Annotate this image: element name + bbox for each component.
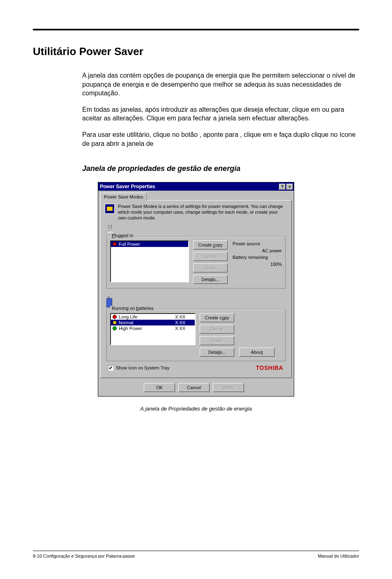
mode-dot-icon — [113, 315, 117, 319]
delete-button: Delete — [193, 252, 228, 261]
help-button[interactable]: ? — [279, 184, 286, 190]
plugged-in-list[interactable]: Full Power — [110, 240, 189, 282]
group-plugged-in: Plugged in Full Power Create copy Delete… — [106, 236, 286, 288]
dialog-title: Power Saver Properties — [100, 184, 155, 189]
details-button[interactable]: Details... — [193, 275, 228, 284]
details-button-2[interactable]: Details... — [200, 348, 234, 357]
cancel-button[interactable]: Cancel — [178, 383, 210, 392]
show-icon-checkbox[interactable]: ✔ — [108, 365, 113, 371]
legend-plugged-in: Plugged in — [110, 233, 135, 238]
paragraph-2: Em todas as janelas, após introduzir as … — [82, 105, 357, 123]
list-item[interactable]: Full Power — [111, 241, 188, 247]
intro-text: Power Save Modes is a series of settings… — [118, 204, 287, 221]
undo-button-2: Undo — [200, 336, 234, 345]
power-source-value: AC power — [262, 247, 282, 254]
intro-icon — [105, 204, 115, 214]
footer-left: 8-10 Configuração e Segurança por Palavr… — [33, 554, 135, 558]
close-button[interactable]: × — [286, 184, 293, 190]
batteries-list[interactable]: Long Life X:XX Normal X:XX High Power X:… — [110, 313, 196, 345]
create-copy-button[interactable]: Create copy — [193, 240, 228, 249]
list-item[interactable]: Long Life X:XX — [111, 314, 195, 320]
mode-dot-icon — [113, 242, 117, 246]
figure-caption: A janela de Propriedades de gestão de en… — [33, 406, 359, 412]
body-text: A janela das contém opções de poupança d… — [82, 71, 357, 148]
titlebar: Power Saver Properties ? × — [98, 182, 294, 191]
page-footer: 8-10 Configuração e Segurança por Palavr… — [33, 551, 359, 558]
undo-button: Undo — [193, 263, 228, 272]
legend-running-on-batteries: Running on batteries — [110, 306, 155, 311]
delete-button-2: Delete — [200, 325, 234, 334]
about-button[interactable]: About — [239, 348, 274, 357]
group-running-on-batteries: Running on batteries Long Life X:XX Norm… — [106, 309, 286, 361]
paragraph-3: Para usar este utilitário, clique no bot… — [82, 130, 357, 148]
power-source-label: Power source — [233, 240, 282, 247]
top-rule — [33, 29, 359, 30]
mode-name: Long Life — [119, 314, 173, 319]
apply-button: Apply — [213, 383, 244, 392]
battery-remaining-value: 100% — [270, 261, 282, 268]
ok-button[interactable]: OK — [144, 383, 175, 392]
dialog-button-row: OK Cancel Apply — [98, 381, 294, 396]
mode-name: High Power — [119, 326, 173, 331]
mode-dot-icon — [113, 321, 117, 325]
mode-time: X:XX — [175, 314, 193, 319]
mode-time: X:XX — [175, 320, 193, 325]
tab-power-save-modes[interactable]: Power Save Modes — [100, 193, 147, 201]
paragraph-1: A janela das contém opções de poupança d… — [82, 71, 357, 98]
power-saver-dialog: Power Saver Properties ? × Power Save Mo… — [98, 182, 294, 397]
list-item[interactable]: Normal X:XX — [111, 320, 195, 325]
mode-time: X:XX — [175, 326, 193, 331]
list-item[interactable]: High Power X:XX — [111, 325, 195, 331]
power-source-info: Power source AC power Battery remaining … — [233, 240, 282, 284]
subheading: Janela de propriedades de gestão de ener… — [82, 164, 359, 173]
create-copy-button-2[interactable]: Create copy — [200, 313, 234, 322]
page-heading: Utilitário Power Saver — [33, 45, 359, 58]
show-icon-label: Show icon on System Tray — [116, 365, 169, 370]
battery-remaining-label: Battery remaining — [233, 254, 282, 261]
mode-name: Full Power — [119, 242, 187, 247]
tab-panel: Power Save Modes is a series of settings… — [100, 200, 292, 378]
mode-dot-icon — [113, 326, 117, 330]
toshiba-brand: TOSHIBA — [172, 364, 283, 371]
footer-right: Manual do Utilizador — [318, 554, 359, 558]
mode-name: Normal — [119, 320, 173, 325]
tab-strip: Power Save Modes — [98, 191, 294, 200]
